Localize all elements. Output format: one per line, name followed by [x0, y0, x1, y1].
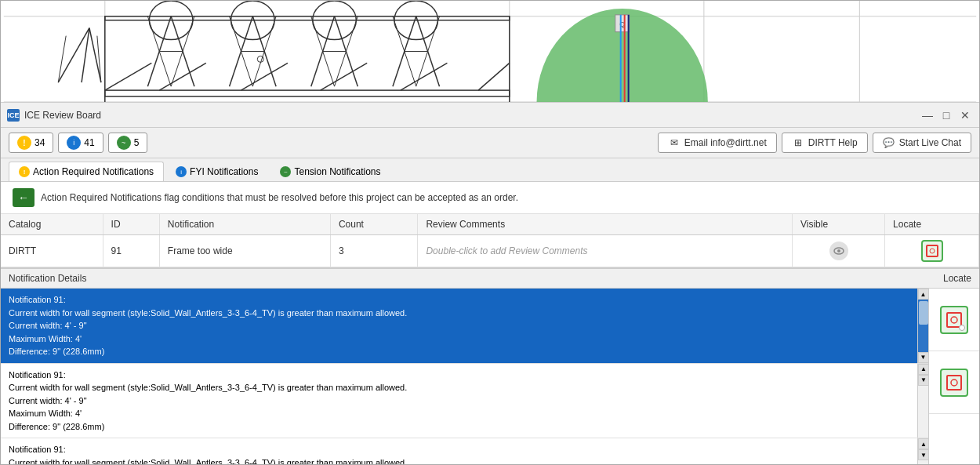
scroll-down-1[interactable]: ▼ — [918, 352, 929, 363]
tab-tension[interactable]: ~ Tension Notifications — [270, 162, 390, 181]
badge-button-1[interactable]: ! 34 — [9, 133, 53, 153]
cell-visible — [792, 235, 884, 267]
nd-locate-slot-1 — [929, 289, 979, 351]
nd-locate-inner-2 — [946, 375, 962, 391]
nd-locate-label: Locate — [943, 273, 971, 284]
col-visible: Visible — [792, 214, 884, 235]
back-button[interactable]: ← — [13, 188, 34, 207]
cell-locate — [885, 235, 979, 267]
cell-notification: Frame too wide — [159, 235, 330, 267]
email-icon: ✉ — [668, 136, 681, 149]
tab-icon-action: ! — [19, 166, 30, 177]
col-locate: Locate — [885, 214, 979, 235]
svg-point-56 — [951, 317, 957, 323]
description-bar: ← Action Required Notifications flag con… — [1, 182, 979, 214]
scroll-up-2[interactable]: ▲ — [918, 364, 928, 375]
cell-catalog: DIRTT — [1, 235, 103, 267]
col-notification: Notification — [159, 214, 330, 235]
nd-list: Notification 91: Current width for wall … — [1, 289, 928, 464]
nd-item-text-2: Notification 91: Current width for wall … — [1, 364, 917, 438]
nd-item-text-3: Notification 91: Current width for wall … — [1, 438, 917, 464]
close-button[interactable]: ✕ — [957, 107, 973, 123]
chat-button[interactable]: 💬 Start Live Chat — [873, 133, 971, 153]
badge-icon-3: ~ — [117, 136, 131, 150]
col-catalog: Catalog — [1, 214, 103, 235]
svg-point-57 — [951, 380, 957, 386]
nd-title: Notification Details — [9, 273, 86, 284]
nd-item-1[interactable]: Notification 91: Current width for wall … — [1, 289, 928, 364]
table-container: Catalog ID Notification Count Review Com… — [1, 214, 979, 267]
window-title: ICE Review Board — [24, 110, 920, 121]
cell-count: 3 — [330, 235, 418, 267]
notification-details: Notification Details Locate Notification… — [1, 267, 979, 464]
window-controls: — □ ✕ — [920, 107, 973, 123]
scroll-down-3[interactable]: ▼ — [918, 449, 928, 460]
badge-icon-1: ! — [17, 136, 31, 150]
badge-count-2: 41 — [84, 137, 94, 148]
visibility-toggle[interactable] — [829, 242, 848, 260]
svg-point-54 — [837, 249, 840, 252]
locate-button[interactable] — [921, 240, 943, 262]
tab-icon-tension: ~ — [280, 166, 291, 177]
svg-point-55 — [930, 249, 935, 253]
badge-button-3[interactable]: ~ 5 — [108, 133, 148, 153]
main-content: ← Action Required Notifications flag con… — [1, 182, 979, 464]
app-icon: ICE — [7, 109, 20, 122]
col-id: ID — [103, 214, 159, 235]
help-button[interactable]: ⊞ DIRTT Help — [782, 133, 868, 153]
toolbar: ! 34 i 41 ~ 5 ✉ Email info@dirtt.net ⊞ D… — [1, 128, 979, 158]
scroll-down-2[interactable]: ▼ — [918, 375, 928, 386]
nd-locate-button-1[interactable] — [940, 306, 968, 334]
tabs-bar: ! Action Required Notifications i FYI No… — [1, 158, 979, 182]
tab-action-required[interactable]: ! Action Required Notifications — [9, 162, 164, 181]
nd-locate-slot-2 — [929, 351, 979, 414]
chat-icon: 💬 — [883, 136, 895, 149]
nd-header: Notification Details Locate — [1, 269, 979, 289]
scroll-up-1[interactable]: ▲ — [918, 289, 929, 300]
cell-review-comments[interactable]: Double-click to add Review Comments — [418, 235, 793, 267]
help-icon: ⊞ — [792, 136, 804, 149]
badge-icon-2: i — [67, 136, 81, 150]
nd-locate-button-2[interactable] — [940, 369, 968, 397]
maximize-button[interactable]: □ — [938, 107, 954, 123]
cell-id: 91 — [103, 235, 159, 267]
notifications-table: Catalog ID Notification Count Review Com… — [1, 214, 979, 267]
tab-fyi[interactable]: i FYI Notifications — [165, 162, 268, 181]
description-text: Action Required Notifications flag condi… — [41, 192, 518, 203]
table-row: DIRTT 91 Frame too wide 3 Double-click t… — [1, 235, 979, 267]
email-button[interactable]: ✉ Email info@dirtt.net — [658, 133, 777, 153]
nd-item-2[interactable]: Notification 91: Current width for wall … — [1, 364, 928, 439]
canvas-area: Q — [1, 1, 979, 103]
nd-item-3[interactable]: Notification 91: Current width for wall … — [1, 438, 928, 464]
badge-count-1: 34 — [34, 137, 45, 148]
main-window: Q ICE ICE Review Board — □ ✕ ! 34 i 41 ~ — [0, 0, 980, 465]
nd-body: Notification 91: Current width for wall … — [1, 289, 979, 464]
scroll-up-3[interactable]: ▲ — [918, 438, 928, 449]
nd-right-column — [928, 289, 979, 464]
title-bar: ICE ICE Review Board — □ ✕ — [1, 103, 979, 128]
badge-button-2[interactable]: i 41 — [58, 133, 103, 153]
col-count: Count — [330, 214, 418, 235]
badge-count-3: 5 — [134, 137, 140, 148]
locate-inner-icon — [926, 245, 938, 257]
col-review-comments: Review Comments — [418, 214, 793, 235]
minimize-button[interactable]: — — [920, 107, 935, 123]
nd-item-text-1: Notification 91: Current width for wall … — [1, 289, 917, 363]
tab-icon-fyi: i — [176, 166, 187, 177]
cursor-icon — [959, 325, 965, 331]
